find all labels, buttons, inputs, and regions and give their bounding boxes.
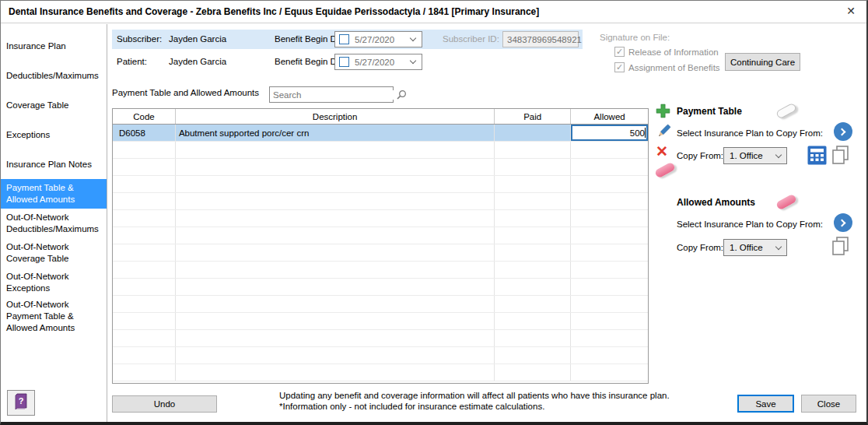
sidebar-item[interactable]: Out-Of-Network Coverage Table [1,238,107,268]
copy-pages-icon[interactable] [830,235,852,258]
save-button[interactable]: Save [737,395,794,413]
subscriber-date-checkbox[interactable] [339,34,349,44]
assignment-label: Assignment of Benefits [628,63,720,72]
table-row-empty[interactable] [113,142,648,159]
sidebar-item[interactable]: Insurance Plan Notes [1,149,107,179]
subscriber-benefit-date-dropdown[interactable]: 5/27/2020 [334,31,422,47]
clear-allowed-amounts-eraser-icon[interactable] [775,194,797,211]
search-input[interactable] [270,90,396,100]
table-row-empty[interactable] [113,364,648,381]
table-header-cell: Description [176,109,495,124]
chevron-down-icon [410,35,416,41]
svg-text:?: ? [19,396,24,406]
empty-cell [113,159,176,175]
eraser-icon[interactable] [654,162,676,179]
subscriber-name: Jayden Garcia [169,34,226,44]
sidebar-item[interactable]: Exceptions [1,120,107,149]
empty-cell [176,364,495,381]
procedures-table: CodeDescriptionPaidAllowedD6058Abutment … [112,108,649,384]
subscriber-date-value: 5/27/2020 [355,35,411,44]
empty-cell [571,313,648,329]
patient-name: Jayden Garcia [169,57,226,66]
payment-go-arrow-button[interactable] [834,122,852,141]
sidebar-item[interactable]: Coverage Table [1,90,107,120]
table-row-empty[interactable] [113,262,648,279]
sidebar-item[interactable]: Payment Table & Allowed Amounts [1,179,107,209]
empty-cell [113,313,176,329]
allowed-copy-from-dropdown[interactable]: 1. Office [723,239,787,256]
table-row-empty[interactable] [113,244,648,262]
allowed-cell: 500 [571,125,648,141]
close-icon[interactable]: ✕ [846,5,856,17]
table-row-empty[interactable] [113,330,648,347]
allowed-copy-from-label: Copy From: [677,243,723,252]
allowed-go-arrow-button[interactable] [834,213,852,232]
empty-cell [571,244,648,261]
table-row-empty[interactable] [113,176,648,193]
table-header-cell: Paid [495,109,571,124]
help-button[interactable]: ? [7,390,35,416]
table-row-empty[interactable] [113,159,648,176]
empty-cell [571,210,648,227]
table-row-empty[interactable] [113,296,648,313]
empty-cell [571,142,648,158]
clear-payment-table-eraser-icon[interactable] [775,103,797,120]
empty-cell [176,142,495,158]
table-row-empty[interactable] [113,210,648,227]
empty-cell [176,330,495,346]
table-row-empty[interactable] [113,279,648,296]
allowed-amount-value: 500 [630,128,645,138]
patient-date-checkbox[interactable] [339,57,349,67]
search-icon [396,90,407,100]
delete-x-icon[interactable]: ✕ [656,144,668,159]
table-row-empty[interactable] [113,347,648,364]
payment-copy-from-dropdown[interactable]: 1. Office [723,147,787,164]
table-header-cell: Code [113,109,176,124]
empty-cell [495,347,571,364]
title-bar: Dental Insurance Benefits and Coverage -… [1,1,866,23]
patient-row: Patient: Jayden Garcia Benefit Begin Dat… [112,52,583,72]
empty-cell [571,364,648,381]
allowed-amount-input[interactable]: 500 [571,125,648,141]
empty-cell [113,244,176,261]
empty-cell [113,262,176,278]
sidebar-item[interactable]: Deductibles/Maximums [1,61,107,90]
empty-cell [113,176,176,192]
allowed-copy-from-value: 1. Office [730,243,763,252]
empty-cell [571,296,648,312]
copy-pages-icon[interactable] [830,144,852,167]
empty-cell [495,227,571,244]
sidebar-item[interactable]: Out-Of-Network Payment Table & Allowed A… [1,297,107,335]
sidebar-item[interactable]: Out-Of-Network Exceptions [1,268,107,297]
table-row-empty[interactable] [113,193,648,210]
edit-pencil-icon[interactable] [655,123,672,142]
empty-cell [176,347,495,364]
subscriber-row: Subscriber: Jayden Garcia Benefit Begin … [112,30,583,49]
empty-cell [495,364,571,381]
empty-cell [113,227,176,244]
empty-cell [495,279,571,295]
empty-cell [176,296,495,312]
subscriber-id-field: 348378969548921 [502,31,579,47]
empty-cell [176,313,495,329]
table-row-empty[interactable] [113,227,648,244]
subscriber-label: Subscriber: [117,34,162,44]
table-row-empty[interactable] [113,313,648,330]
patient-benefit-date-dropdown[interactable]: 5/27/2020 [334,54,422,70]
sidebar-item[interactable]: Out-Of-Network Deductibles/Maximums [1,209,107,238]
sidebar-item[interactable]: Insurance Plan [1,31,107,61]
table-row[interactable]: D6058Abutment supported porc/cer crn500 [113,125,648,142]
empty-cell [113,364,176,381]
auto-calculate-icon[interactable] [807,146,827,167]
undo-button[interactable]: Undo [112,395,217,413]
close-button[interactable]: Close [801,395,856,413]
release-of-information-row: ✓ Release of Information [614,47,719,57]
empty-cell [571,227,648,244]
empty-cell [495,176,571,192]
empty-cell [176,176,495,192]
patient-date-value: 5/27/2020 [355,58,411,67]
empty-cell [571,262,648,278]
continuing-care-button[interactable]: Continuing Care [725,53,800,71]
add-icon[interactable] [655,103,671,121]
payment-section-label: Payment Table and Allowed Amounts [112,88,259,97]
